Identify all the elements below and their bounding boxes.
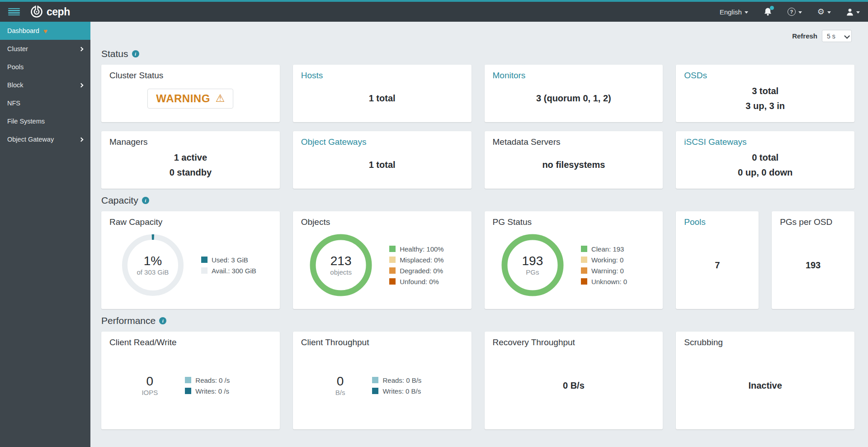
legend-swatch [185, 388, 191, 394]
legend-swatch [201, 257, 208, 263]
chevron-down-icon [856, 11, 860, 14]
sidebar-item-dashboard[interactable]: Dashboard ♥ [0, 22, 90, 40]
legend-swatch [581, 257, 587, 263]
legend-swatch [389, 257, 396, 263]
managers-card: Managers 1 active 0 standby [101, 131, 280, 189]
scrubbing-status: Inactive [748, 378, 782, 393]
dashboard-main: Refresh 5 s Status i Cluster Status WARN… [90, 22, 868, 447]
legend-swatch [389, 246, 396, 252]
user-dropdown[interactable] [846, 8, 860, 16]
legend-swatch [581, 278, 587, 285]
metadata-servers-card: Metadata Servers no filesystems [485, 131, 663, 189]
sidebar-item-nfs[interactable]: NFS [0, 94, 90, 112]
client-rw-value: 0 [146, 375, 154, 389]
client-tp-value: 0 [337, 375, 344, 389]
chevron-right-icon [79, 47, 84, 51]
sidebar-item-label: Cluster [7, 45, 28, 52]
recovery-throughput-card: Recovery Throughput 0 B/s [485, 332, 663, 429]
legend-label: Avail.: 300 GiB [212, 267, 256, 275]
warning-triangle-icon: ⚠ [216, 93, 225, 104]
monitors-value: 3 (quorum 0, 1, 2) [536, 91, 611, 106]
card-title: Managers [109, 137, 272, 147]
object-gateways-value: 1 total [369, 157, 396, 172]
legend-label: Working: 0 [591, 256, 623, 264]
sidebar-item-cluster[interactable]: Cluster [0, 40, 90, 58]
pgs-per-osd-card: PGs per OSD 193 [772, 211, 854, 309]
iscsi-gateways-card: iSCSI Gateways 0 total 0 up, 0 down [676, 131, 854, 189]
osds-total: 3 total [752, 84, 778, 99]
settings-dropdown[interactable]: ⚙ [817, 8, 831, 16]
client-rw-unit: IOPS [142, 389, 158, 396]
legend-label: Warning: 0 [591, 267, 624, 275]
help-dropdown[interactable]: ? [788, 8, 802, 16]
managers-standby: 0 standby [170, 165, 212, 180]
health-warn-icon: ♥ [43, 28, 47, 34]
language-label: English [720, 8, 742, 16]
card-title: PGs per OSD [780, 217, 846, 227]
raw-capacity-total: of 303 GiB [137, 268, 169, 276]
ceph-brand[interactable]: ceph [30, 5, 70, 19]
hosts-card: Hosts 1 total [293, 65, 472, 122]
hamburger-menu-icon[interactable] [8, 8, 20, 16]
objects-count: 213 [330, 254, 352, 268]
client-read-write-card: Client Read/Write 0 IOPS Reads: 0 /s Wri… [101, 332, 280, 429]
card-title: Client Throughput [301, 338, 463, 347]
sidebar-item-label: Dashboard [7, 27, 39, 34]
card-title: Metadata Servers [493, 137, 655, 147]
osds-link[interactable]: OSDs [684, 71, 846, 81]
pg-status-donut: 193 PGs [499, 231, 566, 299]
gear-icon: ⚙ [817, 8, 825, 16]
legend-swatch [185, 377, 191, 383]
sidebar-item-label: Pools [7, 63, 24, 71]
ceph-logo-icon [30, 5, 43, 19]
card-title: Client Read/Write [109, 338, 272, 347]
sidebar-item-pools[interactable]: Pools [0, 58, 90, 76]
card-title: Cluster Status [109, 71, 272, 81]
card-title: PG Status [493, 217, 655, 227]
status-section-title: Status i [101, 48, 854, 59]
iscsi-up-down: 0 up, 0 down [738, 165, 793, 180]
legend-label: Writes: 0 /s [195, 387, 229, 395]
pools-link[interactable]: Pools [684, 217, 750, 227]
performance-section-title: Performance i [101, 315, 854, 326]
legend-swatch [201, 267, 208, 274]
monitors-link[interactable]: Monitors [493, 71, 655, 81]
legend-label: Clean: 193 [591, 245, 624, 253]
chevron-down-icon [798, 11, 802, 14]
legend-swatch [389, 267, 396, 274]
cluster-health-value: WARNING [156, 92, 210, 105]
objects-unit: objects [330, 268, 352, 276]
object-gateways-link[interactable]: Object Gateways [301, 137, 463, 147]
pg-count: 193 [522, 254, 543, 268]
metadata-servers-value: no filesystems [542, 157, 605, 172]
sidebar-item-label: Block [7, 81, 23, 89]
cluster-status-card: Cluster Status WARNING ⚠ [101, 65, 280, 122]
refresh-interval-select[interactable]: 5 s [822, 30, 852, 42]
notifications-button[interactable] [764, 7, 772, 16]
iscsi-gateways-link[interactable]: iSCSI Gateways [684, 137, 846, 147]
legend-label: Unknown: 0 [591, 278, 627, 285]
info-icon[interactable]: i [132, 50, 139, 57]
refresh-label: Refresh [792, 32, 817, 40]
language-dropdown[interactable]: English [720, 8, 748, 16]
info-icon[interactable]: i [142, 197, 149, 204]
chevron-right-icon [79, 137, 84, 142]
client-throughput-card: Client Throughput 0 B/s Reads: 0 B/s Wri… [293, 332, 472, 429]
sidebar-item-file-systems[interactable]: File Systems [0, 112, 90, 130]
legend-label: Used: 3 GiB [212, 256, 248, 264]
pools-count: 7 [715, 258, 720, 273]
capacity-section-title: Capacity i [101, 195, 854, 206]
scrubbing-card: Scrubbing Inactive [676, 332, 854, 429]
sidebar-item-object-gateway[interactable]: Object Gateway [0, 130, 90, 148]
legend-swatch [581, 246, 587, 252]
raw-capacity-percent: 1% [144, 254, 162, 268]
sidebar-item-label: NFS [7, 100, 20, 107]
recovery-throughput-value: 0 B/s [563, 378, 585, 393]
client-tp-unit: B/s [335, 389, 345, 396]
card-title: Scrubbing [684, 338, 846, 347]
pgs-per-osd-count: 193 [806, 258, 821, 273]
sidebar-item-block[interactable]: Block [0, 76, 90, 94]
legend-label: Misplaced: 0% [400, 256, 444, 264]
hosts-link[interactable]: Hosts [301, 71, 463, 81]
info-icon[interactable]: i [159, 317, 166, 324]
